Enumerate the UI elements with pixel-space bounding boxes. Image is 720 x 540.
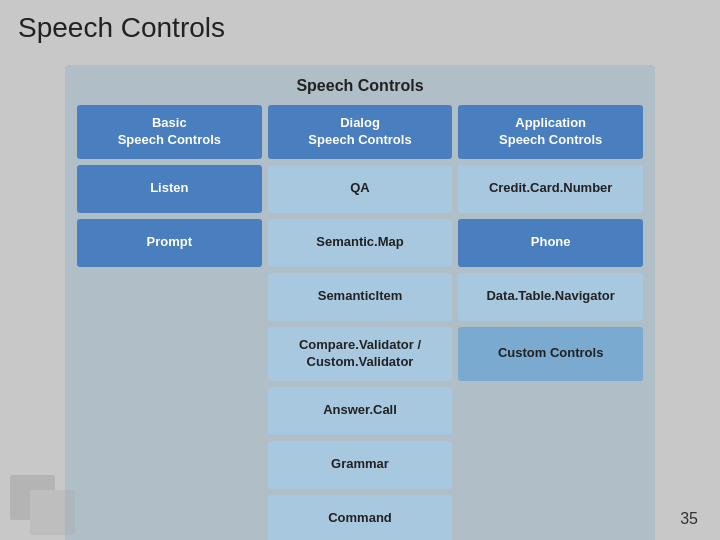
cell-semanticitem: SemanticItem [268,273,453,321]
cell-empty-7 [77,495,262,540]
content-grid: BasicSpeech Controls DialogSpeech Contro… [77,105,643,540]
header-basic: BasicSpeech Controls [77,105,262,159]
cell-creditcard: Credit.Card.Number [458,165,643,213]
cell-prompt: Prompt [77,219,262,267]
cell-answercall: Answer.Call [268,387,453,435]
main-title: Speech Controls [77,77,643,95]
cell-empty-6 [458,441,643,489]
header-application: ApplicationSpeech Controls [458,105,643,159]
cell-comparevalidator: Compare.Validator /Custom.Validator [268,327,453,381]
cell-qa: QA [268,165,453,213]
page-number: 35 [680,510,698,528]
cell-grammar: Grammar [268,441,453,489]
cell-datatable: Data.Table.Navigator [458,273,643,321]
page-title: Speech Controls [18,12,225,44]
cell-empty-4 [458,387,643,435]
cell-customcontrols: Custom Controls [458,327,643,381]
cell-empty-2 [77,327,262,381]
cell-empty-3 [77,387,262,435]
decorative-squares [0,460,80,540]
cell-command: Command [268,495,453,540]
cell-empty-5 [77,441,262,489]
cell-semanticmap: Semantic.Map [268,219,453,267]
header-dialog: DialogSpeech Controls [268,105,453,159]
main-container: Speech Controls BasicSpeech Controls Dia… [65,65,655,540]
cell-listen: Listen [77,165,262,213]
cell-phone: Phone [458,219,643,267]
cell-empty-8 [458,495,643,540]
cell-empty-1 [77,273,262,321]
